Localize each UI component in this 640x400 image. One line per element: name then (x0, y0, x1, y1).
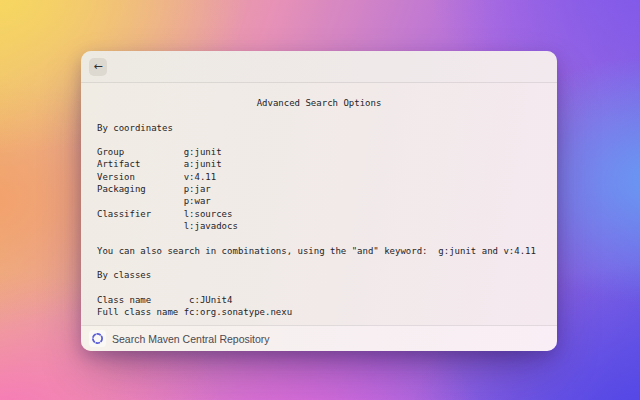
classes-table: Class namec:JUnit4 Full class namefc:org… (97, 294, 541, 319)
search-bar[interactable]: Search Maven Central Repository (81, 325, 557, 351)
coordinates-table: Groupg:junit Artifacta:junit Versionv:4.… (97, 146, 541, 232)
table-row: p:war (97, 195, 541, 207)
row-value: p:war (184, 196, 211, 206)
row-value: fc:org.sonatype.nexu (184, 307, 292, 317)
table-row: Packagingp:jar (97, 183, 541, 195)
row-label: Artifact (97, 158, 184, 170)
back-arrow-icon: ← (93, 61, 102, 72)
row-value: p:jar (184, 184, 211, 194)
row-label: Packaging (97, 183, 184, 195)
window-titlebar: ← (81, 51, 557, 83)
row-label: Full class name (97, 306, 184, 318)
combination-note: You can also search in combinations, usi… (97, 245, 541, 257)
table-row: Versionv:4.11 (97, 171, 541, 183)
search-bar-label: Search Maven Central Repository (112, 333, 270, 345)
table-row: Class namec:JUnit4 (97, 294, 541, 306)
table-row: Artifacta:junit (97, 158, 541, 170)
row-value: c:JUnit4 (189, 295, 232, 305)
table-row: Groupg:junit (97, 146, 541, 158)
back-button[interactable]: ← (89, 58, 107, 76)
row-label: Version (97, 171, 184, 183)
row-label: Classifier (97, 208, 184, 220)
spinner-icon (89, 330, 106, 347)
row-value: l:sources (184, 209, 233, 219)
row-value: a:junit (184, 159, 222, 169)
section-heading-classes: By classes (97, 269, 541, 281)
row-value: v:4.11 (184, 172, 217, 182)
table-row: Full class namefc:org.sonatype.nexu (97, 306, 541, 318)
section-heading-coordinates: By coordinates (97, 122, 541, 134)
page-title: Advanced Search Options (97, 97, 541, 109)
table-row: l:javadocs (97, 220, 541, 232)
row-value: g:junit (184, 147, 222, 157)
help-content: Advanced Search Options By coordinates G… (81, 83, 557, 325)
row-value: l:javadocs (184, 221, 238, 231)
advanced-search-window: ← Advanced Search Options By coordinates… (81, 51, 557, 351)
row-label: Class name (97, 294, 189, 306)
table-row: Classifierl:sources (97, 208, 541, 220)
row-label: Group (97, 146, 184, 158)
